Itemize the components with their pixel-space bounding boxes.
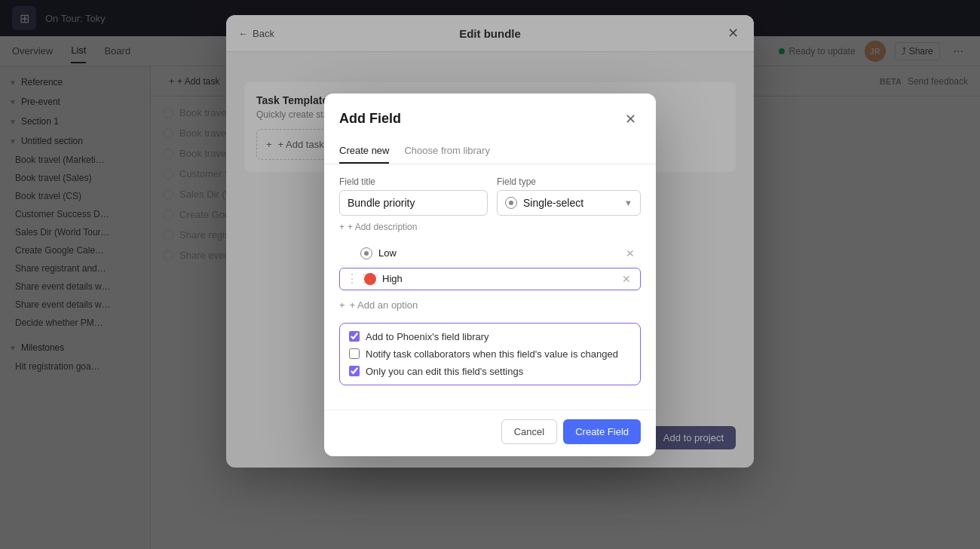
create-field-button[interactable]: Create Field	[563, 419, 641, 444]
modal-header: Add Field ✕	[324, 94, 656, 130]
add-field-modal: Add Field ✕ Create new Choose from libra…	[324, 94, 656, 456]
tab-create-new[interactable]: Create new	[339, 139, 389, 164]
option-input-low[interactable]	[378, 247, 617, 259]
checkbox-label-edit-settings[interactable]: Only you can edit this field's settings	[366, 366, 523, 377]
modal-body: Field title Field type Single-select ▼	[324, 164, 656, 409]
option-color-low[interactable]	[360, 247, 372, 259]
checkbox-edit-settings[interactable]	[349, 366, 360, 376]
option-row-low: ⋮⋮ ✕	[339, 241, 641, 266]
chevron-down-icon: ▼	[624, 198, 632, 207]
cancel-button[interactable]: Cancel	[501, 419, 557, 444]
checkbox-notify[interactable]	[349, 348, 360, 359]
checkbox-label-notify[interactable]: Notify task collaborators when this fiel…	[366, 348, 618, 360]
single-select-icon	[505, 197, 517, 209]
field-form-row: Field title Field type Single-select ▼	[339, 176, 641, 216]
modal-footer: Cancel Create Field	[324, 409, 656, 456]
modal-close-button[interactable]: ✕	[620, 109, 641, 130]
modal-backdrop: Add Field ✕ Create new Choose from libra…	[0, 0, 980, 549]
checkbox-row-library: Add to Phoenix's field library	[349, 331, 631, 342]
field-type-label: Field type	[497, 176, 641, 187]
option-input-high[interactable]	[382, 273, 613, 284]
checkbox-label-library[interactable]: Add to Phoenix's field library	[366, 331, 489, 342]
checkbox-row-notify: Notify task collaborators when this fiel…	[349, 348, 631, 360]
checkbox-row-edit-settings: Only you can edit this field's settings	[349, 366, 631, 377]
field-type-select[interactable]: Single-select ▼	[497, 190, 641, 216]
checkboxes-section: Add to Phoenix's field library Notify ta…	[339, 323, 641, 385]
option-row-high: ⋮⋮ ✕	[339, 268, 641, 290]
options-list: ⋮⋮ ✕ ⋮⋮ ✕	[339, 241, 641, 290]
field-type-group: Field type Single-select ▼	[497, 176, 641, 216]
field-title-group: Field title	[339, 176, 488, 216]
modal-title: Add Field	[339, 111, 401, 127]
field-title-label: Field title	[339, 176, 488, 187]
tab-choose-library[interactable]: Choose from library	[404, 139, 489, 164]
field-title-input[interactable]	[339, 190, 488, 216]
modal-tabs: Create new Choose from library	[324, 139, 656, 164]
drag-handle-high[interactable]: ⋮⋮	[346, 271, 358, 286]
checkbox-library[interactable]	[349, 331, 360, 342]
option-clear-low[interactable]: ✕	[623, 246, 638, 261]
add-option-button[interactable]: + + Add an option	[339, 293, 641, 317]
option-color-high[interactable]	[364, 273, 376, 285]
option-clear-high[interactable]: ✕	[619, 271, 634, 287]
add-description-link[interactable]: + + Add description	[339, 222, 641, 232]
